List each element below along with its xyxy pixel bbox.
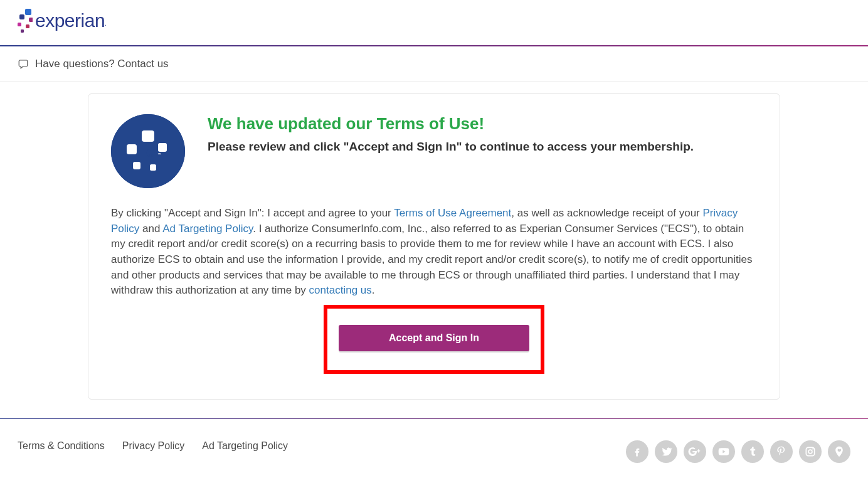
terms-of-use-link[interactable]: Terms of Use Agreement <box>394 207 511 219</box>
experian-badge-icon: e ™ <box>111 114 185 188</box>
header: experian. <box>0 0 868 45</box>
svg-rect-9 <box>158 143 167 152</box>
svg-rect-11 <box>150 164 156 171</box>
body-text-1: By clicking "Accept and Sign In": I acce… <box>111 207 394 219</box>
accept-sign-in-button[interactable]: Accept and Sign In <box>339 325 529 351</box>
twitter-icon[interactable] <box>655 440 677 463</box>
svg-rect-3 <box>18 23 21 26</box>
body-text-2: , as well as acknowledge receipt of your <box>511 207 702 219</box>
svg-rect-10 <box>133 162 140 169</box>
body-text-4: . <box>372 284 375 296</box>
svg-rect-0 <box>25 9 31 15</box>
svg-rect-2 <box>29 18 33 22</box>
contact-bar[interactable]: Have questions? Contact us <box>0 46 868 82</box>
highlight-box: Accept and Sign In <box>324 305 544 374</box>
footer: Terms & Conditions Privacy Policy Ad Tar… <box>0 419 868 482</box>
footer-terms-link[interactable]: Terms & Conditions <box>18 440 105 452</box>
logo-dots-icon <box>18 8 33 34</box>
footer-privacy-link[interactable]: Privacy Policy <box>122 440 185 452</box>
youtube-icon[interactable] <box>712 440 735 463</box>
button-area: Accept and Sign In <box>111 305 757 374</box>
svg-text:™: ™ <box>157 152 161 156</box>
tumblr-icon[interactable] <box>741 440 764 463</box>
contacting-us-link[interactable]: contacting us <box>309 284 372 296</box>
terms-body: By clicking "Accept and Sign In": I acce… <box>111 206 757 299</box>
svg-rect-8 <box>127 144 137 154</box>
svg-rect-1 <box>19 14 24 19</box>
footer-adtarget-link[interactable]: Ad Targeting Policy <box>202 440 288 452</box>
pinterest-icon[interactable] <box>770 440 793 463</box>
logo-text: experian. <box>35 10 106 31</box>
body-text-and: and <box>139 223 162 235</box>
card-subtitle: Please review and click "Accept and Sign… <box>208 140 694 154</box>
footer-links: Terms & Conditions Privacy Policy Ad Tar… <box>18 440 288 452</box>
card-header-row: e ™ We have updated our Terms of Use! Pl… <box>111 114 757 188</box>
ad-targeting-link[interactable]: Ad Targeting Policy <box>162 223 253 235</box>
svg-rect-7 <box>142 130 154 142</box>
facebook-icon[interactable] <box>626 440 648 463</box>
instagram-icon[interactable] <box>799 440 822 463</box>
chat-icon <box>18 58 29 70</box>
periscope-icon[interactable] <box>828 440 850 463</box>
contact-text[interactable]: Have questions? Contact us <box>35 58 169 70</box>
terms-card: e ™ We have updated our Terms of Use! Pl… <box>88 93 780 400</box>
svg-rect-4 <box>26 24 29 28</box>
experian-logo[interactable]: experian. <box>18 8 106 34</box>
card-title: We have updated our Terms of Use! <box>208 114 694 134</box>
svg-rect-5 <box>21 29 24 33</box>
svg-text:e: e <box>146 143 154 160</box>
title-block: We have updated our Terms of Use! Please… <box>208 114 694 154</box>
social-icons <box>626 440 850 463</box>
svg-point-15 <box>808 450 812 454</box>
svg-point-16 <box>812 449 813 450</box>
google-plus-icon[interactable] <box>684 440 706 463</box>
